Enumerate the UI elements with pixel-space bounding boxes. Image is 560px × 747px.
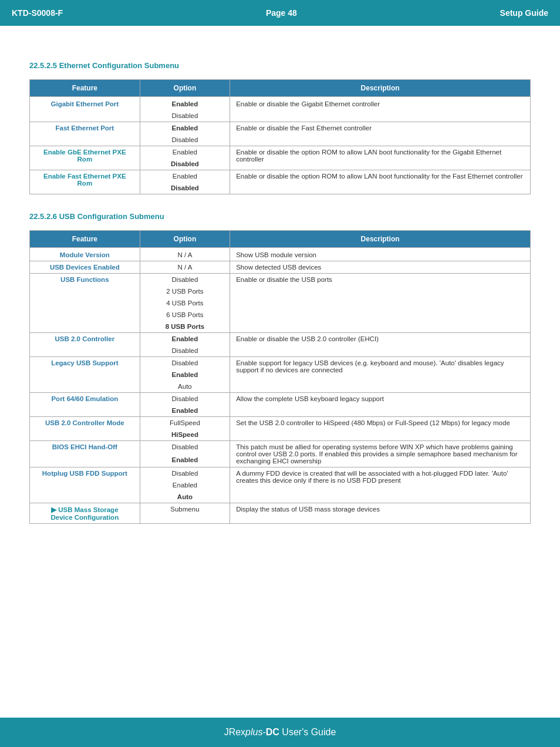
ethernet-desc-fast-pxe: Enable or disable the option ROM to allo…: [230, 170, 531, 194]
table-row: Hotplug USB FDD Support Disabled A dummy…: [30, 467, 531, 480]
usb-option-20-ctrl-disabled: Disabled: [140, 345, 230, 357]
usb-option-devices-enabled: N / A: [140, 261, 230, 274]
usb-option-legacy-disabled: Disabled: [140, 357, 230, 369]
ethernet-config-table: Feature Option Description Gigabit Ether…: [29, 79, 531, 194]
usb-desc-bios-ehci: This patch must be allied for operating …: [230, 441, 531, 467]
section-ethernet-number: 22.5.2.5: [29, 61, 57, 70]
header-guide-title: Setup Guide: [500, 8, 548, 18]
usb-option-functions-6ports: 6 USB Ports: [140, 309, 230, 321]
footer-brand: JRexplus-DC User's Guide: [224, 727, 336, 738]
usb-feature-legacy-support: Legacy USB Support: [30, 357, 140, 393]
usb-col-feature: Feature: [30, 231, 140, 248]
usb-feature-port-emulation: Port 64/60 Emulation: [30, 393, 140, 417]
table-row: USB Devices Enabled N / A Show detected …: [30, 261, 531, 274]
usb-feature-20-controller: USB 2.0 Controller: [30, 333, 140, 357]
usb-col-description: Description: [230, 231, 531, 248]
usb-option-legacy-enabled: Enabled: [140, 369, 230, 381]
usb-desc-hotplug-fdd: A dummy FDD device is created that will …: [230, 467, 531, 503]
usb-desc-ctrl-mode: Set the USB 2.0 controller to HiSpeed (4…: [230, 417, 531, 441]
usb-option-ctrl-hispeed: HiSpeed: [140, 429, 230, 441]
header-doc-id: KTD-S0008-F: [12, 8, 63, 18]
usb-option-port-enabled: Enabled: [140, 405, 230, 417]
table-row: USB Functions Disabled Enable or disable…: [30, 274, 531, 286]
usb-option-mass-storage: Submenu: [140, 503, 230, 524]
ethernet-desc-gigabit: Enable or disable the Gigabit Ethernet c…: [230, 97, 531, 122]
usb-option-bios-ehci-enabled: Enabled: [140, 454, 230, 467]
usb-feature-bios-ehci: BIOS EHCI Hand-Off: [30, 441, 140, 467]
table-row: Fast Ethernet Port Enabled Enable or dis…: [30, 122, 531, 134]
usb-option-20-ctrl-enabled: Enabled: [140, 333, 230, 345]
ethernet-option-fast-disabled: Disabled: [140, 134, 230, 146]
page-footer: JRexplus-DC User's Guide: [0, 718, 560, 747]
table-row: Gigabit Ethernet Port Enabled Enable or …: [30, 97, 531, 110]
ethernet-feature-gigabit: Gigabit Ethernet Port: [30, 97, 140, 122]
usb-feature-ctrl-mode: USB 2.0 Controller Mode: [30, 417, 140, 441]
ethernet-option-gigabit-enabled: Enabled: [140, 97, 230, 110]
main-content: 22.5.2.5 Ethernet Configuration Submenu …: [0, 26, 560, 583]
ethernet-col-description: Description: [230, 80, 531, 97]
usb-option-functions-disabled: Disabled: [140, 274, 230, 286]
table-row: USB 2.0 Controller Enabled Enable or dis…: [30, 333, 531, 345]
table-row: BIOS EHCI Hand-Off Disabled This patch m…: [30, 441, 531, 455]
section-usb-number: 22.5.2.6: [29, 212, 57, 221]
ethernet-option-fast-pxe-disabled: Disabled: [140, 182, 230, 194]
ethernet-desc-fast: Enable or disable the Fast Ethernet cont…: [230, 122, 531, 146]
usb-option-ctrl-fullspeed: FullSpeed: [140, 417, 230, 429]
ethernet-desc-gbe-pxe: Enable or disable the option ROM to allo…: [230, 146, 531, 170]
ethernet-option-gigabit-disabled: Disabled: [140, 110, 230, 122]
table-row: USB 2.0 Controller Mode FullSpeed Set th…: [30, 417, 531, 429]
usb-option-hotplug-enabled: Enabled: [140, 479, 230, 491]
section-ethernet-title: Ethernet Configuration Submenu: [59, 61, 179, 70]
section-usb-title: USB Configuration Submenu: [59, 212, 164, 221]
usb-desc-functions: Enable or disable the USB ports: [230, 274, 531, 333]
usb-desc-module-version: Show USB module version: [230, 248, 531, 261]
table-row: Enable GbE Ethernet PXERom Enabled Enabl…: [30, 146, 531, 159]
usb-feature-mass-storage: ▶ USB Mass StorageDevice Configuration: [30, 503, 140, 524]
usb-feature-devices-enabled: USB Devices Enabled: [30, 261, 140, 274]
usb-desc-20-controller: Enable or disable the USB 2.0 controller…: [230, 333, 531, 357]
usb-config-table: Feature Option Description Module Versio…: [29, 230, 531, 524]
ethernet-option-fast-pxe-enabled: Enabled: [140, 170, 230, 183]
usb-desc-devices-enabled: Show detected USB devices: [230, 261, 531, 274]
ethernet-feature-fast-pxe: Enable Fast Ethernet PXERom: [30, 170, 140, 194]
usb-option-hotplug-disabled: Disabled: [140, 467, 230, 480]
ethernet-col-option: Option: [140, 80, 230, 97]
usb-option-legacy-auto: Auto: [140, 381, 230, 393]
ethernet-option-fast-enabled: Enabled: [140, 122, 230, 134]
section-usb-heading: 22.5.2.6 USB Configuration Submenu: [29, 212, 531, 221]
ethernet-col-feature: Feature: [30, 80, 140, 97]
table-row: Legacy USB Support Disabled Enable suppo…: [30, 357, 531, 369]
ethernet-option-gbe-enabled: Enabled: [140, 146, 230, 159]
usb-col-option: Option: [140, 231, 230, 248]
usb-option-functions-2ports: 2 USB Ports: [140, 285, 230, 297]
usb-option-functions-8ports: 8 USB Ports: [140, 321, 230, 333]
ethernet-feature-gbe-pxe: Enable GbE Ethernet PXERom: [30, 146, 140, 170]
table-row: ▶ USB Mass StorageDevice Configuration S…: [30, 503, 531, 524]
usb-option-port-disabled: Disabled: [140, 393, 230, 405]
ethernet-feature-fast: Fast Ethernet Port: [30, 122, 140, 146]
usb-desc-mass-storage: Display the status of USB mass storage d…: [230, 503, 531, 524]
usb-option-bios-ehci-disabled: Disabled: [140, 441, 230, 455]
usb-feature-functions: USB Functions: [30, 274, 140, 333]
ethernet-option-gbe-disabled: Disabled: [140, 158, 230, 170]
usb-desc-port-emulation: Allow the complete USB keyboard legacy s…: [230, 393, 531, 417]
usb-feature-hotplug-fdd: Hotplug USB FDD Support: [30, 467, 140, 503]
table-row: Module Version N / A Show USB module ver…: [30, 248, 531, 261]
table-row: Port 64/60 Emulation Disabled Allow the …: [30, 393, 531, 405]
usb-option-hotplug-auto: Auto: [140, 491, 230, 503]
header-page-number: Page 48: [266, 8, 297, 18]
usb-desc-legacy-support: Enable support for legacy USB devices (e…: [230, 357, 531, 393]
usb-option-module-version: N / A: [140, 248, 230, 261]
table-row: Enable Fast Ethernet PXERom Enabled Enab…: [30, 170, 531, 183]
usb-feature-module-version: Module Version: [30, 248, 140, 261]
page-header: KTD-S0008-F Page 48 Setup Guide: [0, 0, 560, 26]
usb-option-functions-4ports: 4 USB Ports: [140, 297, 230, 309]
section-ethernet-heading: 22.5.2.5 Ethernet Configuration Submenu: [29, 61, 531, 70]
